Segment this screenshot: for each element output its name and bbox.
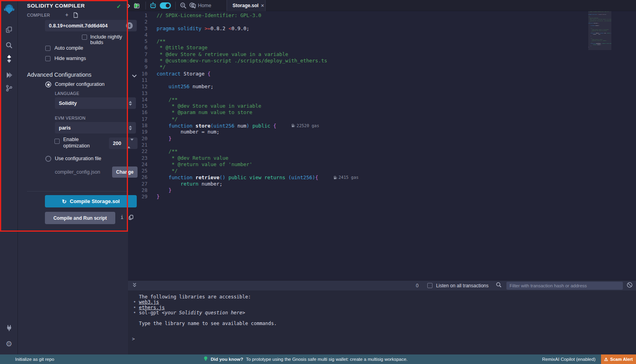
git-icon[interactable] [0,81,18,95]
copy-icon[interactable] [128,215,134,222]
evm-version-select[interactable]: paris [55,122,136,134]
pin-panel-icon[interactable] [134,3,140,10]
terminal[interactable]: The following libraries are accessible:•… [128,290,636,354]
use-configuration-file-radio[interactable] [45,156,51,162]
code-line: 24 * @return value of 'number' [128,161,359,168]
solidity-compiler-panel: SOLIDITY COMPILER ✓ COMPILER + 0.8.19+co… [18,0,128,354]
settings-gear-icon[interactable]: ⚙ [0,337,18,350]
did-you-know-tip: Did you know? To prototype using the Gno… [204,356,407,362]
line-number: 6 [128,45,147,51]
home-tab[interactable]: Home [198,3,211,8]
solidity-compiler-icon[interactable] [0,52,18,66]
line-number: 8 [128,58,147,64]
compiler-version-select[interactable]: 0.8.19+commit.7dd6d404 [45,20,137,31]
language-select[interactable]: Solidity [55,97,136,109]
collapse-terminal-icon[interactable] [132,282,137,289]
select-arrows-icon [129,126,132,130]
code-line: 1// SPDX-License-Identifier: GPL-3.0 [128,12,359,19]
line-number: 11 [128,77,147,83]
minimap[interactable]: // SPDX-License-Identifier: GPL-3.0 prag… [588,11,611,280]
tab-label: Storage.sol [233,3,258,8]
terminal-output: The following libraries are accessible:•… [133,294,277,326]
select-arrows-icon [129,101,132,106]
line-number: 13 [128,90,147,97]
copilot-toggle[interactable] [160,2,171,9]
config-file-name: compiler_config.json [55,169,100,175]
terminal-search-icon[interactable] [496,282,502,289]
code-line: 20 } [128,136,359,142]
transaction-count: 0 [416,283,419,288]
compile-button-label: Compile Storage.sol [70,198,120,204]
auto-compile-label: Auto compile [54,45,83,51]
terminal-prompt[interactable]: > [132,336,135,342]
compile-button[interactable]: ↻ Compile Storage.sol [45,195,137,207]
line-number: 23 [128,155,147,161]
ai-copilot-robot-icon[interactable] [149,2,157,11]
code-line: 9 */ [128,64,359,70]
enable-optimization-checkbox[interactable] [54,139,60,144]
terminal-line [133,316,277,321]
code-line: 8 * @custom:dev-run-script ./scripts/dep… [128,58,359,64]
search-rail-icon[interactable] [0,39,18,52]
info-icon[interactable]: i [120,214,124,220]
remix-logo-icon[interactable] [0,2,18,16]
terminal-line: • ethers.js [133,305,277,310]
compile-and-run-button[interactable]: Compile and Run script [45,212,115,224]
line-number: 7 [128,51,147,58]
tab-storage-sol[interactable]: Storage.sol × [227,0,266,11]
scam-alert-button[interactable]: ⚠ Scam Alert [601,354,636,364]
line-number: 16 [128,109,147,116]
panel-title: SOLIDITY COMPILER [27,3,85,9]
code-line: 6 * @title Storage [128,45,359,51]
chevron-down-icon[interactable] [132,73,137,80]
remix-ide-window: ⚙ SOLIDITY COMPILER ✓ COMPILER + 0.8.19+… [0,0,636,364]
code-line: 13 [128,90,359,97]
terminal-header: 0 Listen on all transactions [128,280,636,290]
terminal-link[interactable]: web3.js [139,299,159,305]
listen-transactions-checkbox[interactable] [427,283,432,288]
auto-compile-checkbox[interactable] [45,46,50,51]
code-line: 21 [128,142,359,148]
line-number: 12 [128,83,147,90]
tab-close-icon[interactable]: × [261,3,264,8]
transaction-filter-input[interactable] [506,282,623,290]
change-config-button[interactable]: Change [112,167,138,178]
code-line: 7 * @dev Store & retrieve value in a var… [128,51,359,58]
hide-warnings-checkbox[interactable] [45,56,50,61]
divider [175,2,176,10]
evm-version-value: paris [59,125,71,131]
tip-title: Did you know? [211,357,243,362]
line-number: 4 [128,32,147,38]
terminal-link[interactable]: ethers.js [139,305,165,310]
code-line: 5/** [128,38,359,45]
git-init-status[interactable]: Initialize as git repo [15,357,54,362]
line-number: 9 [128,64,147,70]
zoom-out-icon[interactable] [180,2,187,11]
copilot-status[interactable]: RemixAI Copilot (enabled) [542,357,595,362]
line-number: 28 [128,187,147,194]
code-line: 25 */ [128,168,359,174]
file-explorer-icon[interactable] [0,23,18,37]
code-line: 18 function store(uint256 num) public {2… [128,122,359,129]
code-line: 2 [128,19,359,25]
optimization-runs-input[interactable]: 200 [109,137,138,149]
plugin-manager-icon[interactable] [0,321,18,335]
advanced-configurations-title[interactable]: Advanced Configurations [27,72,91,78]
code-line: 15 * @dev Store value in variable [128,103,359,109]
add-compiler-icon[interactable]: + [65,12,68,18]
warning-icon: ⚠ [604,357,608,362]
open-file-icon[interactable] [73,12,78,19]
code-editor[interactable]: 1// SPDX-License-Identifier: GPL-3.023pr… [128,11,636,280]
code-line: 19 number = num; [128,129,359,135]
deploy-run-icon[interactable] [0,68,18,82]
include-nightly-checkbox[interactable] [82,35,87,40]
line-number: 27 [128,181,147,187]
scam-alert-label: Scam Alert [610,357,633,362]
clear-console-icon[interactable] [626,282,633,290]
chevron-right-icon[interactable] [126,3,131,10]
tip-text: To prototype using the Gnosis safe multi… [246,357,408,362]
compiler-configuration-radio[interactable] [45,81,51,87]
code-line: 14 /** [128,97,359,103]
code-line: 28 } [128,187,359,194]
compiler-version-value: 0.8.19+commit.7dd6d404 [49,23,108,29]
